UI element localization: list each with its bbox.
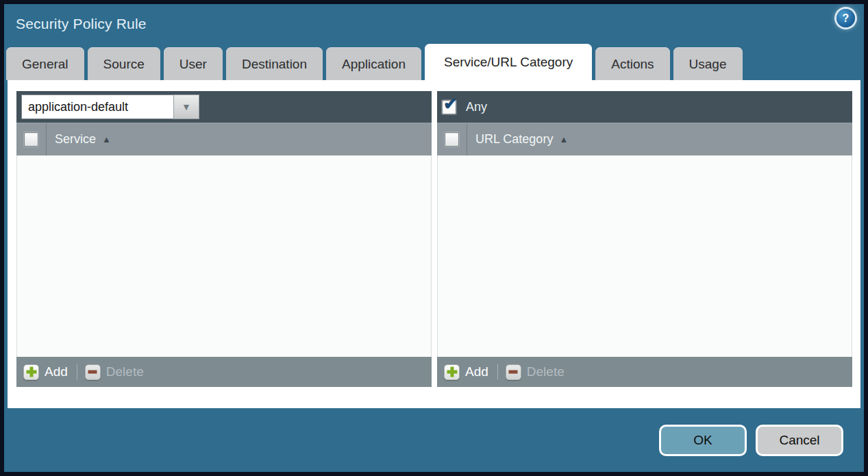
service-panel: ▼ Service ▲ Add — [16, 91, 432, 387]
footer-divider — [497, 364, 498, 379]
url-category-toolbar: ✔ Any — [437, 91, 852, 123]
url-category-delete-button[interactable]: Delete — [506, 364, 565, 380]
url-category-add-button[interactable]: Add — [444, 364, 488, 380]
delete-icon — [85, 364, 101, 380]
tab-usage[interactable]: Usage — [673, 47, 743, 80]
any-label: Any — [466, 100, 487, 114]
tab-service-url-category[interactable]: Service/URL Category — [425, 44, 592, 80]
add-icon — [444, 364, 460, 380]
service-column-header[interactable]: Service ▲ — [47, 132, 111, 147]
tab-actions[interactable]: Actions — [595, 47, 669, 80]
ok-button[interactable]: OK — [659, 425, 747, 456]
url-category-column-header[interactable]: URL Category ▲ — [467, 132, 568, 147]
service-type-dropdown: ▼ — [21, 95, 199, 119]
dialog-titlebar: Security Policy Rule ? — [4, 4, 864, 44]
service-add-button[interactable]: Add — [23, 364, 68, 380]
tab-user[interactable]: User — [164, 47, 223, 80]
tab-bar: General Source User Destination Applicat… — [4, 44, 864, 80]
url-category-panel: ✔ Any URL Category ▲ Add — [437, 91, 852, 387]
service-column-label: Service — [55, 132, 96, 147]
check-icon: ✔ — [443, 95, 458, 112]
url-category-table-header: URL Category ▲ — [437, 123, 852, 155]
service-delete-button[interactable]: Delete — [85, 364, 144, 380]
tab-destination[interactable]: Destination — [226, 47, 323, 80]
service-footer: Add Delete — [16, 357, 432, 387]
sort-ascending-icon: ▲ — [102, 134, 111, 145]
tab-content: ▼ Service ▲ Add — [8, 80, 860, 408]
url-category-select-all-checkbox[interactable] — [445, 132, 459, 147]
security-policy-rule-dialog: Security Policy Rule ? General Source Us… — [0, 0, 868, 476]
service-table-header: Service ▲ — [16, 123, 432, 155]
url-category-footer: Add Delete — [437, 357, 852, 387]
delete-icon — [506, 364, 521, 380]
service-toolbar: ▼ — [16, 91, 432, 123]
help-icon[interactable]: ? — [836, 9, 855, 27]
sort-ascending-icon: ▲ — [559, 134, 568, 145]
add-icon — [23, 364, 39, 380]
service-type-input[interactable] — [21, 95, 173, 119]
tab-general[interactable]: General — [6, 47, 84, 80]
service-table-body[interactable] — [16, 155, 432, 357]
dialog-action-bar: OK Cancel — [4, 408, 864, 472]
url-category-column-label: URL Category — [475, 132, 553, 147]
chevron-down-icon[interactable]: ▼ — [173, 95, 199, 119]
url-category-table-body[interactable] — [437, 155, 852, 357]
cancel-button[interactable]: Cancel — [756, 425, 843, 456]
tab-source[interactable]: Source — [88, 47, 160, 80]
any-checkbox[interactable]: ✔ — [442, 100, 456, 114]
service-select-all-checkbox[interactable] — [24, 132, 38, 147]
tab-application[interactable]: Application — [326, 47, 421, 80]
dialog-title: Security Policy Rule — [16, 16, 147, 32]
footer-divider — [77, 364, 77, 379]
